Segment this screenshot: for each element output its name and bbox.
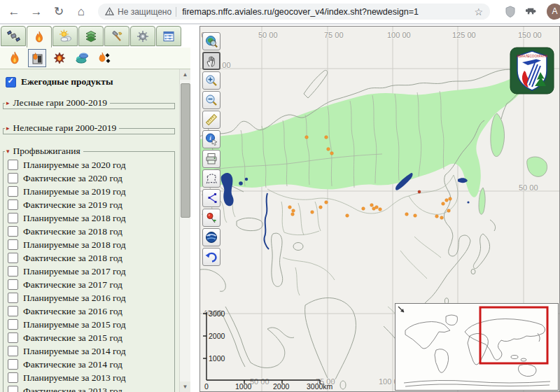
subtool-fire-processing-button[interactable] xyxy=(50,49,69,67)
tool-placemark-button[interactable] xyxy=(202,209,220,227)
data-disks-icon xyxy=(75,51,89,65)
annual-products-checkbox[interactable] xyxy=(6,77,16,88)
list-item: Планируемые за 2020 год xyxy=(8,158,126,172)
tool-undo-button[interactable] xyxy=(202,248,220,266)
checkbox[interactable] xyxy=(8,186,18,197)
tab-reports[interactable] xyxy=(156,26,181,46)
checkbox[interactable] xyxy=(8,200,18,210)
expand-icon[interactable]: ▸ xyxy=(6,125,10,132)
tool-measure-button[interactable] xyxy=(202,111,220,129)
collapse-icon[interactable]: ▾ xyxy=(6,148,10,155)
checkbox[interactable] xyxy=(8,279,18,290)
checkbox[interactable] xyxy=(8,346,18,356)
gear-icon xyxy=(136,30,149,43)
map-viewport[interactable]: 25 00 50 00 75 00 100 00 125 00 150 00 6… xyxy=(200,26,560,392)
url-text[interactable]: firemaps.nffc.aviales.ru/geocover_v4/ind… xyxy=(182,7,470,17)
scrollbar-thumb[interactable] xyxy=(181,83,190,218)
tools-hammer-icon xyxy=(111,30,123,43)
tab-weather[interactable] xyxy=(52,26,78,46)
tool-select-polygon-button[interactable] xyxy=(202,169,220,188)
extensions-puzzle-icon[interactable] xyxy=(526,6,538,18)
checkbox[interactable] xyxy=(8,213,18,223)
tool-zoom-extent-button[interactable] xyxy=(202,32,220,50)
scroll-up-button[interactable]: ▲ xyxy=(180,69,190,80)
subtool-fire-archive-button[interactable] xyxy=(28,49,46,67)
checkbox[interactable] xyxy=(8,293,18,303)
checkbox[interactable] xyxy=(8,239,18,250)
tool-zoom-out-button[interactable] xyxy=(202,91,220,109)
overview-map[interactable] xyxy=(395,303,559,391)
tool-measure-path-button[interactable] xyxy=(202,189,220,207)
overview-collapse-icon[interactable] xyxy=(398,307,404,312)
checkbox[interactable] xyxy=(8,332,18,343)
list-item: Фактические за 2014 год xyxy=(8,358,122,371)
checkbox[interactable] xyxy=(8,226,18,237)
tab-satellite[interactable] xyxy=(1,26,26,46)
list-item: Планируемые за 2018 год xyxy=(8,238,126,251)
tool-zoom-in-button[interactable] xyxy=(202,71,220,90)
checkbox[interactable] xyxy=(8,372,18,383)
checkbox[interactable] xyxy=(8,306,18,316)
tab-settings[interactable] xyxy=(130,26,155,46)
google-earth-icon xyxy=(204,230,218,244)
home-icon[interactable]: ⌂ xyxy=(73,4,90,20)
scale-label-h3000: 3000km xyxy=(307,382,332,391)
pushpin-icon xyxy=(204,211,218,225)
polygon-select-icon xyxy=(204,172,218,186)
checkbox[interactable] xyxy=(8,160,18,170)
subtool-data-layers-button[interactable] xyxy=(73,49,91,67)
list-item: Планируемые за 2013 год xyxy=(8,371,126,384)
checkbox[interactable] xyxy=(8,173,18,183)
tool-pan-button[interactable] xyxy=(202,52,220,70)
zoom-in-icon xyxy=(204,74,218,88)
module-tabbar xyxy=(1,26,182,48)
group-nonforest-burns: ▸ Нелесные гари 2000-2019 xyxy=(3,122,175,134)
tab-tools[interactable] xyxy=(104,26,130,46)
checkbox[interactable] xyxy=(8,253,18,263)
expand-icon[interactable]: ▸ xyxy=(6,99,10,106)
profile-avatar[interactable]: A xyxy=(547,4,560,20)
shield-extension-icon[interactable] xyxy=(505,6,516,18)
sidebar-scrollbar[interactable]: ▲ ▼ xyxy=(179,69,190,392)
grid-label-lon-75: 75 00 xyxy=(324,31,344,39)
tool-identify-button[interactable]: i xyxy=(202,130,220,148)
tab-fires[interactable] xyxy=(27,26,52,48)
zoom-out-icon xyxy=(204,93,218,107)
scale-label-v3000: 3000 xyxy=(209,309,225,318)
subtool-fire-points-button[interactable] xyxy=(95,49,113,67)
back-icon[interactable]: ← xyxy=(6,4,22,20)
forward-icon[interactable]: → xyxy=(28,4,45,20)
overview-world-map xyxy=(396,304,558,390)
scroll-down-button[interactable]: ▼ xyxy=(180,382,190,392)
checkbox[interactable] xyxy=(8,319,18,330)
list-item: Планируемые за 2017 год xyxy=(8,265,126,278)
not-secure-warning-icon xyxy=(105,7,114,16)
polyline-icon xyxy=(204,191,218,205)
tool-google-earth-button[interactable] xyxy=(202,228,220,246)
scale-label-v2000: 2000 xyxy=(209,332,225,340)
tool-print-button[interactable] xyxy=(202,150,220,168)
grid-label-lat-50: 50 00 xyxy=(519,183,538,192)
checkbox[interactable] xyxy=(8,359,18,370)
checkbox[interactable] xyxy=(8,266,18,276)
list-item: Фактические за 2020 год xyxy=(8,172,122,185)
scale-label-h2000: 2000 xyxy=(273,382,289,391)
bookmark-star-icon[interactable]: ☆ xyxy=(474,6,483,18)
list-item: Фактические за 2013 год xyxy=(8,384,122,392)
zoom-extent-icon xyxy=(204,34,218,48)
reload-icon[interactable]: ↻ xyxy=(50,4,67,20)
subtool-fires-button[interactable] xyxy=(6,49,24,67)
satellite-icon xyxy=(7,29,20,43)
layers-icon xyxy=(85,30,97,43)
svg-text:АВИАЛЕСООХРАНА: АВИАЛЕСООХРАНА xyxy=(517,55,548,58)
list-item: Фактические за 2019 год xyxy=(8,198,122,211)
group-label: Профвыжигания xyxy=(13,146,80,157)
annual-products-row: Ежегодные продукты xyxy=(6,76,113,88)
browser-actions: A ⋮ xyxy=(500,4,560,20)
address-bar[interactable]: Не защищено firemaps.nffc.aviales.ru/geo… xyxy=(98,4,490,20)
list-item: Фактические за 2017 год xyxy=(8,278,122,291)
tab-layers[interactable] xyxy=(78,26,104,46)
checkbox[interactable] xyxy=(8,386,18,392)
grid-label-lon-50: 50 00 xyxy=(258,31,278,39)
list-item: Планируемые за 2014 год xyxy=(8,344,126,358)
